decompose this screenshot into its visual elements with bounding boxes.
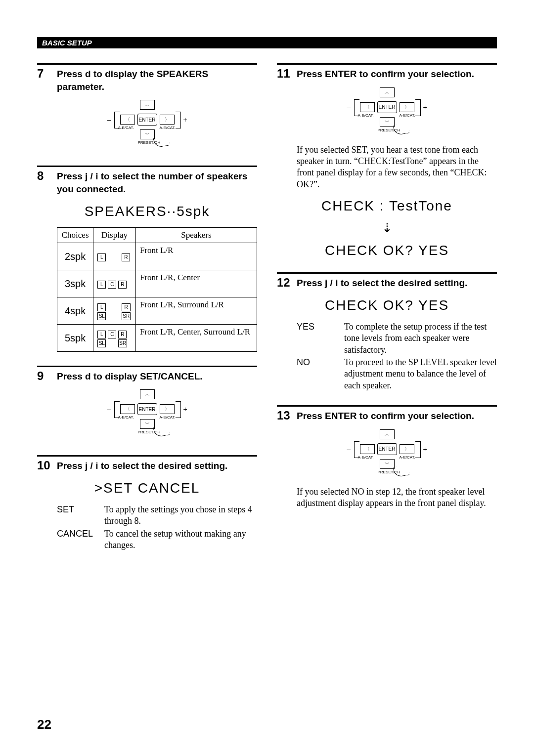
speaker-box-icon: R	[122, 253, 130, 261]
step-instruction: Press j / i to select the desired settin…	[297, 277, 497, 290]
down-button-icon: ﹀	[140, 129, 155, 139]
step-8: 8 Press j / i to select the number of sp…	[37, 166, 257, 351]
control-pad-diagram: ︿ ﹀ 〈 〉 ENTER – + A-E/CAT. A-E/CAT. PRES…	[100, 100, 194, 149]
pad-label-right: A-E/CAT.	[160, 415, 176, 420]
step-number: 11	[277, 68, 289, 80]
speaker-box-icon: SR	[118, 339, 127, 347]
pad-label-left: A-E/CAT.	[118, 415, 134, 420]
plus-label: +	[183, 116, 187, 124]
table-row: 5spk L C R SL	[57, 324, 257, 351]
speakers-cell: Front L/R	[135, 243, 257, 270]
enter-button-icon: ENTER	[137, 114, 157, 126]
up-button-icon: ︿	[140, 389, 155, 399]
choice-cell: 5spk	[57, 324, 93, 351]
def-desc: To cancel the setup without making any c…	[104, 528, 257, 551]
enter-button-icon: ENTER	[377, 101, 397, 113]
page-number: 22	[37, 717, 51, 732]
callout-arrow-icon	[393, 464, 409, 477]
callout-arrow-icon	[153, 425, 170, 438]
step-instruction: Press ENTER to confirm your selection.	[297, 68, 497, 81]
speaker-box-icon: L	[97, 303, 106, 311]
lcd-display: CHECK OK? YES	[277, 243, 497, 258]
lcd-display: >SET CANCEL	[37, 480, 257, 496]
list-item: NO To proceed to the SP LEVEL speaker le…	[297, 357, 497, 391]
def-desc: To complete the setup process if the tes…	[344, 321, 497, 356]
step-number: 7	[37, 68, 49, 80]
table-row: 2spk L R Front L/R	[57, 243, 257, 270]
up-button-icon: ︿	[380, 87, 395, 97]
section-header: BASIC SETUP	[37, 37, 497, 48]
pad-label-right: A-E/CAT.	[160, 126, 176, 130]
def-term: NO	[297, 357, 336, 391]
speakers-cell: Front L/R, Center	[135, 270, 257, 297]
def-term: YES	[297, 321, 336, 356]
bracket-right-icon	[415, 99, 421, 116]
choice-cell: 4spk	[57, 297, 93, 324]
left-button-icon: 〈	[360, 444, 375, 454]
pad-label-left: A-E/CAT.	[358, 113, 374, 118]
step-number: 13	[277, 410, 289, 421]
display-cell: L C R	[93, 270, 136, 297]
speaker-box-icon: C	[108, 281, 116, 289]
minus-label: –	[107, 405, 111, 413]
left-button-icon: 〈	[360, 102, 375, 112]
enter-button-icon: ENTER	[137, 403, 157, 415]
table-header: Speakers	[135, 227, 257, 243]
step-7: 7 Press d to display the SPEAKERS parame…	[37, 63, 257, 152]
table-row: 4spk L SL R	[57, 297, 257, 324]
bracket-right-icon	[176, 401, 181, 418]
speaker-box-icon: L	[97, 253, 106, 261]
display-cell: L R	[93, 243, 136, 270]
table-header: Choices	[57, 227, 93, 243]
up-button-icon: ︿	[140, 100, 155, 110]
lcd-display: CHECK OK? YES	[277, 297, 497, 313]
step-instruction: Press d to display SET/CANCEL.	[57, 370, 257, 383]
up-button-icon: ︿	[380, 429, 395, 439]
def-desc: To apply the settings you chose in steps…	[104, 504, 257, 527]
step-paragraph: If you selected NO in step 12, the front…	[297, 486, 497, 509]
definition-list: SET To apply the settings you chose in s…	[57, 504, 257, 551]
list-item: SET To apply the settings you chose in s…	[57, 504, 257, 527]
step-number: 9	[37, 370, 49, 382]
step-10: 10 Press j / i to select the desired set…	[37, 455, 257, 551]
speaker-box-icon: SL	[97, 339, 106, 347]
step-instruction: Press j / i to select the desired settin…	[57, 460, 257, 472]
pad-label-right: A-E/CAT.	[400, 455, 415, 460]
step-instruction: Press ENTER to confirm your selection.	[297, 410, 497, 422]
speaker-box-icon: R	[118, 331, 127, 338]
step-number: 10	[37, 460, 49, 471]
speaker-box-icon: L	[97, 331, 106, 338]
plus-label: +	[423, 445, 427, 453]
down-button-icon: ﹀	[380, 117, 395, 127]
speaker-box-icon: C	[108, 331, 116, 338]
speakers-cell: Front L/R, Center, Surround L/R	[135, 324, 257, 351]
definition-list: YES To complete the setup process if the…	[297, 321, 497, 391]
bracket-right-icon	[415, 441, 421, 458]
two-column-layout: 7 Press d to display the SPEAKERS parame…	[37, 63, 497, 565]
step-9: 9 Press d to display SET/CANCEL. ︿ ﹀ 〈 〉…	[37, 366, 257, 442]
control-pad-diagram: ︿ ﹀ 〈 〉 ENTER – + A-E/CAT. A-E/CAT. PRES…	[100, 389, 194, 439]
list-item: YES To complete the setup process if the…	[297, 321, 497, 356]
speakers-cell: Front L/R, Surround L/R	[135, 297, 257, 324]
step-number: 8	[37, 170, 49, 182]
callout-arrow-icon	[153, 135, 170, 148]
left-column: 7 Press d to display the SPEAKERS parame…	[37, 63, 257, 565]
down-button-icon: ﹀	[140, 419, 155, 429]
choice-cell: 2spk	[57, 243, 93, 270]
speaker-box-icon: R	[118, 281, 127, 289]
step-instruction: Press j / i to select the number of spea…	[57, 170, 257, 195]
lcd-display: SPEAKERS··5spk	[37, 204, 257, 219]
def-term: CANCEL	[57, 528, 96, 551]
lcd-display: CHECK : TestTone	[277, 198, 497, 214]
speaker-box-icon: SL	[97, 312, 106, 320]
minus-label: –	[347, 103, 351, 111]
bracket-right-icon	[176, 112, 181, 128]
def-term: SET	[57, 504, 96, 527]
pad-label-right: A-E/CAT.	[400, 113, 415, 118]
step-number: 12	[277, 277, 289, 289]
step-paragraph: If you selected SET, you hear a test ton…	[297, 144, 497, 191]
step-12: 12 Press j / i to select the desired set…	[277, 272, 497, 391]
minus-label: –	[107, 116, 111, 124]
enter-button-icon: ENTER	[377, 443, 397, 455]
list-item: CANCEL To cancel the setup without makin…	[57, 528, 257, 551]
